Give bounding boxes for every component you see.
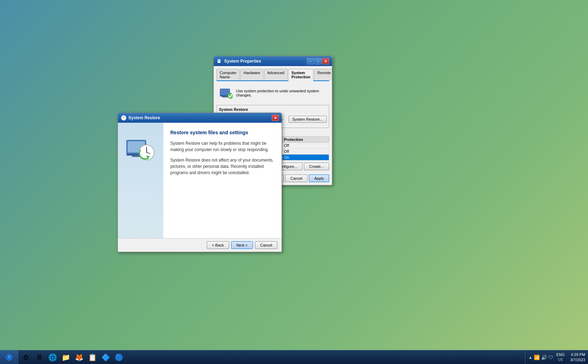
taskbar-tray: ▲ 📶 🔊 🛡 ENG US 4:29 PM 3/7/2023 bbox=[525, 350, 588, 364]
col-protection: Protection bbox=[282, 137, 329, 143]
protection-header-text: Use system protection to undo unwanted s… bbox=[236, 89, 327, 97]
disk-protection: On bbox=[282, 155, 329, 160]
svg-rect-2 bbox=[222, 97, 228, 98]
tabs: Computer Name Hardware Advanced System P… bbox=[217, 69, 329, 81]
desktop: 🖥 System Properties ─ □ ✕ Computer Name … bbox=[0, 0, 588, 364]
restore-cancel-button[interactable]: Cancel bbox=[255, 241, 277, 249]
system-restore-dialog: 🕐 System Restore ✕ bbox=[118, 113, 282, 252]
taskbar-icon-ie[interactable]: 🌐 bbox=[46, 351, 59, 364]
taskbar-icon-files[interactable]: 📁 bbox=[59, 351, 72, 364]
restore-para2: System Restore does not affect any of yo… bbox=[170, 157, 275, 176]
tray-security-icon[interactable]: 🛡 bbox=[548, 355, 553, 360]
taskbar: ⚙ 🖥 🌐 📁 🦊 📋 🔷 🔵 ▲ 📶 🔊 🛡 ENG US 4:29 PM bbox=[0, 350, 588, 364]
window-controls[interactable]: ─ □ ✕ bbox=[307, 58, 329, 64]
tray-clock[interactable]: 4:29 PM 3/7/2023 bbox=[567, 352, 585, 362]
taskbar-icon-firefox[interactable]: 🦊 bbox=[73, 351, 85, 364]
taskbar-icon-vscode[interactable]: 🔷 bbox=[99, 351, 112, 364]
sys-props-header: Use system protection to undo unwanted s… bbox=[217, 84, 329, 102]
sys-restore-title: System Restore bbox=[128, 115, 272, 120]
tab-computer-name[interactable]: Computer Name bbox=[217, 69, 240, 80]
sys-restore-title-icon: 🕐 bbox=[121, 115, 126, 121]
tray-icons: ▲ 📶 🔊 🛡 bbox=[528, 355, 553, 360]
tab-system-protection[interactable]: System Protection bbox=[288, 69, 313, 81]
sys-restore-titlebar[interactable]: 🕐 System Restore ✕ bbox=[118, 113, 282, 123]
restore-left-panel bbox=[118, 123, 163, 238]
tray-show-hidden[interactable]: ▲ bbox=[528, 355, 532, 360]
taskbar-icons: ⚙ 🖥 🌐 📁 🦊 📋 🔷 🔵 bbox=[18, 351, 525, 364]
restore-para1: System Restore can help fix problems tha… bbox=[170, 140, 275, 153]
taskbar-icon-app[interactable]: 🔵 bbox=[113, 351, 125, 364]
disk-protection: Off bbox=[282, 149, 329, 155]
sys-props-titlebar[interactable]: 🖥 System Properties ─ □ ✕ bbox=[214, 56, 332, 66]
tray-time: 4:29 PM bbox=[571, 352, 585, 357]
restore-dialog-content: Restore system files and settings System… bbox=[118, 123, 282, 238]
restore-window-controls[interactable]: ✕ bbox=[272, 115, 279, 121]
maximize-button[interactable]: □ bbox=[314, 58, 321, 64]
cancel-button[interactable]: Cancel bbox=[285, 174, 307, 182]
restore-illustration bbox=[125, 133, 156, 165]
tray-language[interactable]: ENG US bbox=[555, 352, 566, 362]
sys-restore-group-label: System Restore bbox=[219, 107, 248, 112]
apply-button[interactable]: Apply bbox=[309, 174, 329, 182]
restore-close-button[interactable]: ✕ bbox=[272, 115, 279, 121]
tab-advanced[interactable]: Advanced bbox=[264, 69, 288, 80]
sys-props-icon: 🖥 bbox=[217, 58, 222, 64]
next-button[interactable]: Next > bbox=[231, 241, 253, 249]
start-button[interactable] bbox=[0, 350, 18, 364]
tray-network-icon[interactable]: 📶 bbox=[534, 355, 540, 360]
tab-remote[interactable]: Remote bbox=[314, 69, 332, 80]
system-restore-button[interactable]: System Restore... bbox=[289, 116, 327, 123]
sys-props-title: System Properties bbox=[224, 59, 307, 64]
restore-bottom-buttons: < Back Next > Cancel bbox=[118, 238, 282, 252]
taskbar-icon-settings[interactable]: ⚙ bbox=[20, 351, 32, 364]
close-button[interactable]: ✕ bbox=[322, 58, 329, 64]
svg-rect-7 bbox=[132, 156, 141, 157]
tray-volume-icon[interactable]: 🔊 bbox=[541, 355, 547, 360]
taskbar-icon-computer[interactable]: 🖥 bbox=[33, 351, 45, 364]
back-button[interactable]: < Back bbox=[207, 241, 229, 249]
minimize-button[interactable]: ─ bbox=[307, 58, 314, 64]
tray-date: 3/7/2023 bbox=[570, 357, 585, 362]
disk-protection: Off bbox=[282, 143, 329, 149]
restore-heading: Restore system files and settings bbox=[170, 130, 275, 135]
create-button[interactable]: Create... bbox=[304, 163, 329, 170]
protection-icon bbox=[219, 86, 233, 100]
restore-right-panel: Restore system files and settings System… bbox=[163, 123, 282, 238]
taskbar-icon-board[interactable]: 📋 bbox=[86, 351, 99, 364]
svg-point-15 bbox=[8, 357, 10, 358]
tab-hardware[interactable]: Hardware bbox=[240, 69, 263, 80]
